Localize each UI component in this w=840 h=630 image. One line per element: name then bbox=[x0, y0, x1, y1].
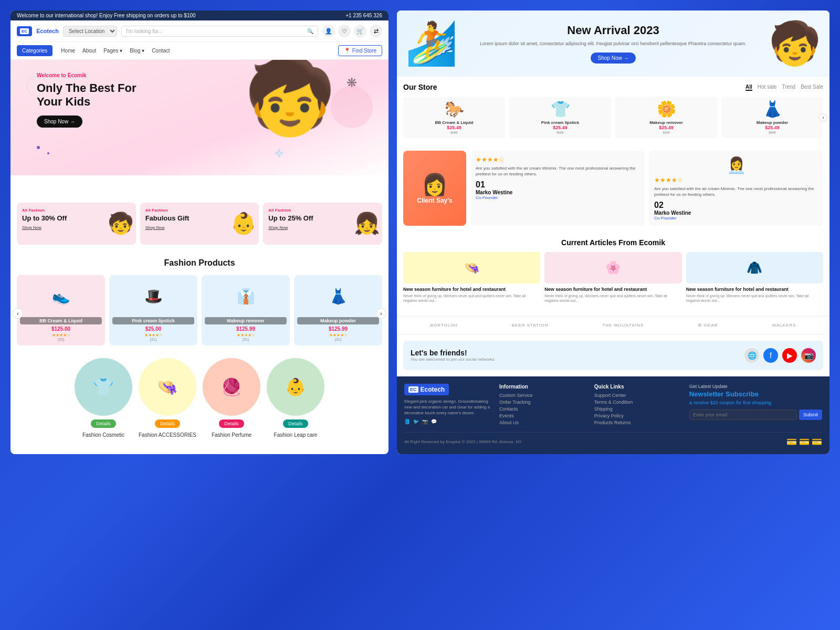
client-role-2: Co-Founder bbox=[654, 216, 818, 220]
prod-name-3: Makeup remover bbox=[205, 317, 287, 324]
footer-quick-col: Quick Links Support Center Terms & Condi… bbox=[594, 384, 683, 427]
products-arrow-left[interactable]: ‹ bbox=[13, 308, 23, 319]
footer-fb-icon[interactable]: 📘 bbox=[404, 419, 410, 424]
footer-quick-item-4[interactable]: Privacy Policy bbox=[594, 413, 683, 418]
footer-ig-icon[interactable]: 📷 bbox=[422, 419, 428, 424]
prod-name-2: Pink cream lipstick bbox=[112, 317, 194, 324]
hero-leaf-decor: ✤ bbox=[275, 147, 284, 160]
cat-details-btn-2[interactable]: Details bbox=[155, 419, 180, 428]
store-prod-name-2: Pink cream lipstick bbox=[512, 120, 608, 125]
product-card-2: 🎩 Pink cream lipstick $25.00 ★★★★☆ (31) bbox=[109, 275, 197, 345]
find-store-button[interactable]: 📍 Find Store bbox=[338, 45, 382, 56]
cat-label-3: Fashion Perfume bbox=[212, 432, 251, 438]
articles-grid: 👒 New season furniture for hotel and res… bbox=[403, 252, 823, 303]
store-tab-all[interactable]: All bbox=[746, 84, 752, 91]
footer-quick-item-2[interactable]: Terms & Condition bbox=[594, 400, 683, 405]
cart-icon[interactable]: 🛒 bbox=[354, 25, 366, 37]
wishlist-icon[interactable]: ♡ bbox=[338, 25, 351, 37]
footer-quick-item-1[interactable]: Support Center bbox=[594, 393, 683, 398]
prod-price-3: $125.99 bbox=[202, 326, 290, 332]
newsletter-email-input[interactable] bbox=[689, 410, 797, 420]
categories-button[interactable]: Categories bbox=[17, 45, 52, 56]
article-img-2: 🌸 bbox=[544, 252, 681, 284]
client-figure: 👩 bbox=[422, 172, 448, 197]
compare-icon[interactable]: ⇄ bbox=[370, 25, 382, 37]
nav-blog[interactable]: Blog ▾ bbox=[130, 48, 144, 54]
store-prod-img-3: 🌼 bbox=[618, 100, 714, 118]
footer-info-item-5[interactable]: About Us bbox=[499, 420, 588, 425]
brand-beer-station: BEER STATION bbox=[512, 323, 549, 328]
cat-circle-img-2: 👒 bbox=[139, 358, 196, 416]
article-1: 👒 New season furniture for hotel and res… bbox=[403, 252, 540, 303]
logo-ec: EC bbox=[20, 28, 29, 34]
hero-title: Only The Best For Your Kids bbox=[37, 81, 378, 109]
amex-icon: 💳 bbox=[812, 437, 822, 447]
prod-name-4: Makeup powder bbox=[297, 317, 379, 324]
store-tab-hotsale[interactable]: Hot sale bbox=[758, 84, 777, 91]
cat-circle-leapcare[interactable]: 👶 Details Fashion Leap care bbox=[267, 358, 324, 439]
cat-label-2: Fashion ACCESSORIES bbox=[139, 432, 196, 438]
footer-info-item-3[interactable]: Contacts bbox=[499, 406, 588, 412]
articles-title: Current Articles From Ecomik bbox=[403, 238, 823, 247]
client-text-2: Are you satisfied with the air cream Min… bbox=[654, 186, 818, 197]
footer-info-item-4[interactable]: Events bbox=[499, 413, 588, 418]
cat-circle-cosmetic[interactable]: 👕 Details Fashion Cosmetic bbox=[75, 358, 132, 439]
hero-title-line2: Your Kids bbox=[37, 95, 90, 108]
new-arrival-cta[interactable]: Shop Now → bbox=[591, 52, 636, 64]
store-prod-name-4: Makeup powder bbox=[724, 120, 820, 125]
cat-details-btn-1[interactable]: Details bbox=[91, 419, 116, 428]
topbar-welcome: Welcome to our international shop! Enjoy… bbox=[17, 13, 196, 18]
footer: EC Ecotech Elegant pick organic design. … bbox=[397, 376, 830, 454]
store-tabs: All Hot sale Trend Best Sale bbox=[746, 84, 823, 91]
prod-price-2: $25.00 bbox=[109, 326, 197, 332]
prod-reviews-3: (31) bbox=[202, 338, 290, 341]
footer-tw-icon[interactable]: 🐦 bbox=[413, 419, 419, 424]
cat-circle-img-3: 🧶 bbox=[203, 358, 260, 416]
youtube-icon[interactable]: ▶ bbox=[782, 348, 797, 363]
article-desc-2: Never think of giving up. Winners never … bbox=[544, 293, 681, 303]
footer-info-item-1[interactable]: Custom Service bbox=[499, 393, 588, 398]
product-card-3: 👔 Makeup remover $125.99 ★★★★☆ (31) bbox=[202, 275, 290, 345]
search-icon[interactable]: 🔍 bbox=[307, 28, 313, 34]
footer-info-title: Information bbox=[499, 384, 588, 390]
footer-brand-col: EC Ecotech Elegant pick organic design. … bbox=[404, 384, 493, 427]
promo-img-3: 👧 bbox=[354, 211, 380, 243]
location-select[interactable]: Select Location bbox=[63, 26, 117, 37]
nav-about[interactable]: About bbox=[82, 48, 96, 54]
search-bar[interactable]: I'm looking for... 🔍 bbox=[121, 26, 318, 37]
nav-home[interactable]: Home bbox=[61, 48, 75, 54]
client-section: 👩 Client Say's ★★★★☆ Are you satisfied w… bbox=[397, 144, 830, 232]
cat-circle-img-4: 👶 bbox=[267, 358, 324, 416]
hero-cta-button[interactable]: Shop Now → bbox=[37, 116, 82, 128]
footer-quick-item-3[interactable]: Shipping bbox=[594, 406, 683, 412]
store-tab-trend[interactable]: Trend bbox=[782, 84, 795, 91]
footer-msg-icon[interactable]: 💬 bbox=[431, 419, 437, 424]
promo-card-2: All Fashion Fabulous Gift Shop Now 👶 bbox=[140, 203, 259, 245]
footer-info-item-2[interactable]: Order Tracking bbox=[499, 400, 588, 405]
logo-box: EC bbox=[17, 26, 32, 36]
footer-bottom: All Right Reserved by Ecoplus © 2022 | 9… bbox=[404, 432, 822, 447]
user-icon[interactable]: 👤 bbox=[322, 25, 335, 37]
footer-quick-item-5[interactable]: Products Returns bbox=[594, 420, 683, 425]
footer-logo-ec: EC bbox=[408, 386, 418, 393]
nav-contact[interactable]: Contact bbox=[152, 48, 170, 54]
globe-icon[interactable]: 🌐 bbox=[744, 348, 759, 363]
instagram-icon[interactable]: 📷 bbox=[801, 348, 816, 363]
store-arrow-right[interactable]: › bbox=[819, 113, 827, 122]
social-icons: 🌐 f ▶ 📷 bbox=[744, 348, 816, 363]
cat-details-btn-3[interactable]: Details bbox=[219, 419, 244, 428]
client-name-2: Marko Westine bbox=[654, 210, 818, 216]
facebook-icon[interactable]: f bbox=[763, 348, 778, 363]
newsletter-submit-button[interactable]: Submit bbox=[799, 410, 822, 420]
category-circles: 👕 Details Fashion Cosmetic 👒 Details Fas… bbox=[10, 352, 388, 445]
cat-circle-accessories[interactable]: 👒 Details Fashion ACCESSORIES bbox=[139, 358, 196, 439]
products-arrow-right[interactable]: › bbox=[376, 308, 386, 319]
store-tab-bestsale[interactable]: Best Sale bbox=[801, 84, 823, 91]
nav-pages[interactable]: Pages ▾ bbox=[103, 48, 122, 54]
footer-quick-title: Quick Links bbox=[594, 384, 683, 390]
new-arrival-figure-left: 🏄 bbox=[405, 19, 458, 68]
footer-social-icons: 📘 🐦 📷 💬 bbox=[404, 419, 493, 424]
cat-details-btn-4[interactable]: Details bbox=[283, 419, 308, 428]
cat-circle-perfume[interactable]: 🧶 Details Fashion Perfume bbox=[203, 358, 260, 439]
footer-logo-name: Ecotech bbox=[421, 386, 445, 393]
